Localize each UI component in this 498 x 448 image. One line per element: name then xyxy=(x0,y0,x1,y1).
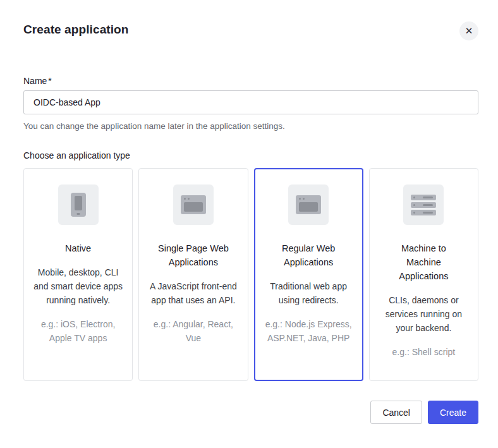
create-application-modal: Create application ✕ Name* You can chang… xyxy=(0,0,498,448)
application-name-input[interactable] xyxy=(23,90,478,114)
close-button[interactable]: ✕ xyxy=(459,21,478,40)
name-helper-text: You can change the application name late… xyxy=(23,121,478,131)
app-type-card-spa[interactable]: Single Page Web Applications A JavaScrip… xyxy=(138,168,248,381)
browser-icon xyxy=(173,185,214,225)
server-icon xyxy=(403,185,444,225)
page-title: Create application xyxy=(23,23,129,37)
card-title: Machine to Machine Applications xyxy=(386,241,461,283)
app-type-card-native[interactable]: Native Mobile, desktop, CLI and smart de… xyxy=(23,168,133,381)
card-examples: e.g.: Shell script xyxy=(392,345,456,359)
card-description: Traditional web app using redirects. xyxy=(264,279,354,307)
card-title: Native xyxy=(65,241,91,255)
app-type-card-regular-web[interactable]: Regular Web Applications Traditional web… xyxy=(254,168,363,381)
card-examples: e.g.: Node.js Express, ASP.NET, Java, PH… xyxy=(264,317,354,345)
modal-footer: Cancel Create xyxy=(23,401,478,424)
card-examples: e.g.: Angular, React, Vue xyxy=(148,317,238,345)
create-button[interactable]: Create xyxy=(428,401,478,424)
card-examples: e.g.: iOS, Electron, Apple TV apps xyxy=(33,317,123,345)
card-title: Single Page Web Applications xyxy=(155,241,231,269)
required-asterisk: * xyxy=(48,76,51,86)
cancel-button[interactable]: Cancel xyxy=(370,401,422,424)
card-title: Regular Web Applications xyxy=(270,241,346,269)
browser-icon xyxy=(288,185,329,225)
close-icon: ✕ xyxy=(465,25,473,36)
name-section: Name* You can change the application nam… xyxy=(23,76,478,131)
name-label: Name* xyxy=(23,76,478,86)
application-type-label: Choose an application type xyxy=(23,150,478,160)
card-description: A JavaScript front-end app that uses an … xyxy=(148,279,238,307)
modal-header: Create application ✕ xyxy=(23,23,478,40)
phone-icon xyxy=(58,185,99,225)
application-type-grid: Native Mobile, desktop, CLI and smart de… xyxy=(23,168,478,381)
card-description: Mobile, desktop, CLI and smart device ap… xyxy=(33,265,123,307)
app-type-card-machine-to-machine[interactable]: Machine to Machine Applications CLIs, da… xyxy=(369,168,478,381)
card-description: CLIs, daemons or services running on you… xyxy=(379,293,469,335)
